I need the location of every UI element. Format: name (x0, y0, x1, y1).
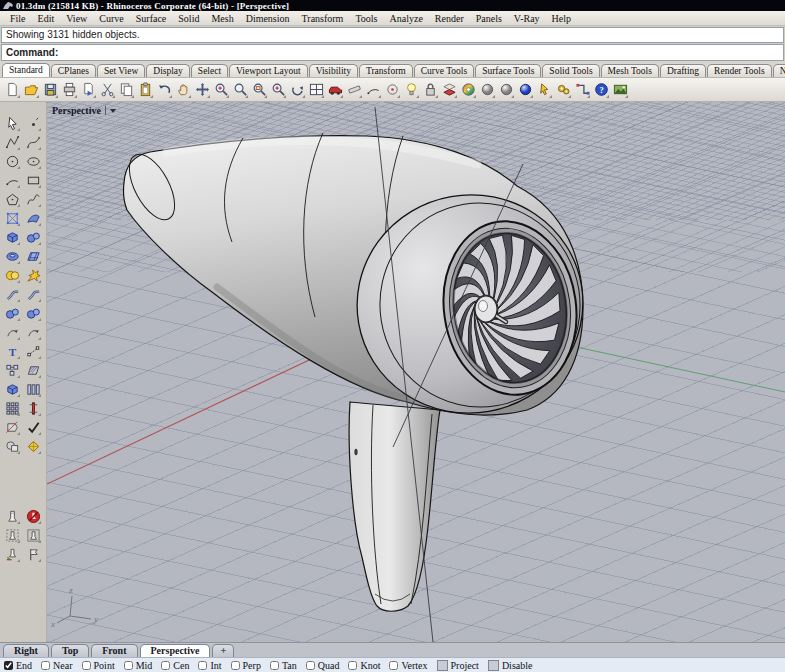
menu-edit[interactable]: Edit (32, 13, 61, 24)
save-icon[interactable] (41, 81, 59, 99)
polygon-icon[interactable] (3, 190, 21, 208)
zoom-in-icon[interactable] (212, 81, 230, 99)
toolbar-tab-curve-tools[interactable]: Curve Tools (414, 64, 474, 77)
menu-curve[interactable]: Curve (93, 13, 129, 24)
osnap-perp-checkbox[interactable] (231, 661, 240, 670)
rotate-view-icon[interactable] (288, 81, 306, 99)
edit-points-icon[interactable] (24, 342, 42, 360)
toolbar-tab-cplanes[interactable]: CPlanes (51, 64, 96, 77)
measure-angle-icon[interactable] (364, 81, 382, 99)
osnap-mid[interactable]: Mid (124, 660, 153, 671)
linear-array-icon[interactable] (24, 380, 42, 398)
open-file-icon[interactable] (22, 81, 40, 99)
environment-map-icon[interactable] (611, 81, 629, 99)
show-objects-icon[interactable] (24, 507, 42, 525)
selection-pointer-icon[interactable] (535, 81, 553, 99)
toolbar-tab-viewport-layout[interactable]: Viewport Layout (229, 64, 308, 77)
osnap-point[interactable]: Point (82, 660, 115, 671)
trim-icon[interactable] (3, 418, 21, 436)
rectangle-icon[interactable] (24, 171, 42, 189)
toolbar-tab-drafting[interactable]: Drafting (660, 64, 706, 77)
osnap-end[interactable]: End (4, 660, 32, 671)
shaded-viewport-icon[interactable] (478, 81, 496, 99)
cut-icon[interactable] (98, 81, 116, 99)
zoom-selected-icon[interactable] (269, 81, 287, 99)
gem-icon[interactable] (24, 437, 42, 455)
surface-patch-icon[interactable] (24, 209, 42, 227)
command-input[interactable]: Command: (1, 44, 784, 61)
osnap-quad[interactable]: Quad (306, 660, 340, 671)
box-icon[interactable] (3, 228, 21, 246)
toolbar-tab-solid-tools[interactable]: Solid Tools (542, 64, 599, 77)
toolbar-tab-set-view[interactable]: Set View (97, 64, 145, 77)
zoom-dynamic-icon[interactable] (231, 81, 249, 99)
undo-icon[interactable] (155, 81, 173, 99)
hide-objects-icon[interactable] (3, 507, 21, 525)
osnap-cen[interactable]: Cen (161, 660, 189, 671)
osnap-cen-checkbox[interactable] (161, 661, 170, 670)
measure-distance-icon[interactable] (345, 81, 363, 99)
fillet-pipe-icon[interactable] (3, 285, 21, 303)
control-curve-icon[interactable] (24, 133, 42, 151)
osnap-mid-checkbox[interactable] (124, 661, 133, 670)
osnap-near[interactable]: Near (41, 660, 72, 671)
osnap-perp[interactable]: Perp (231, 660, 261, 671)
flag-icon[interactable] (24, 545, 42, 563)
menu-file[interactable]: File (4, 13, 32, 24)
toolbar-tab-transform[interactable]: Transform (359, 64, 413, 77)
hatch-icon[interactable] (24, 361, 42, 379)
ellipse-icon[interactable] (24, 152, 42, 170)
viewport-tab-front[interactable]: Front (91, 644, 137, 657)
osnap-disable-toggle[interactable]: Disable (488, 660, 533, 671)
menu-solid[interactable]: Solid (172, 13, 205, 24)
viewport-tab-top[interactable]: Top (51, 644, 89, 657)
ghosted-viewport-icon[interactable] (497, 81, 515, 99)
osnap-vertex-checkbox[interactable] (389, 661, 398, 670)
control-cage-icon[interactable] (3, 209, 21, 227)
menu-help[interactable]: Help (546, 13, 577, 24)
osnap-int-checkbox[interactable] (198, 661, 207, 670)
torus-icon[interactable] (3, 247, 21, 265)
add-viewport-tab-button[interactable]: + (212, 644, 234, 657)
menu-transform[interactable]: Transform (296, 13, 350, 24)
options-gears-icon[interactable] (554, 81, 572, 99)
text-icon[interactable] (3, 342, 21, 360)
osnap-vertex[interactable]: Vertex (389, 660, 427, 671)
osnap-knot-checkbox[interactable] (348, 661, 357, 670)
osnap-end-checkbox[interactable] (4, 661, 13, 670)
osnap-near-checkbox[interactable] (41, 661, 50, 670)
solid-cube-icon[interactable] (3, 380, 21, 398)
rebuild-curve-icon[interactable] (24, 323, 42, 341)
arc-icon[interactable] (3, 171, 21, 189)
menu-tools[interactable]: Tools (349, 13, 383, 24)
print-icon[interactable] (60, 81, 78, 99)
osnap-quad-checkbox[interactable] (306, 661, 315, 670)
paste-icon[interactable] (136, 81, 154, 99)
viewport-tab-perspective[interactable]: Perspective (140, 644, 211, 657)
polyline-icon[interactable] (3, 133, 21, 151)
osnap-knot[interactable]: Knot (348, 660, 380, 671)
osnap-tan[interactable]: Tan (270, 660, 297, 671)
isolate-dashed-icon[interactable] (3, 526, 21, 544)
osnap-project-toggle[interactable]: Project (437, 660, 479, 671)
freeform-curve-icon[interactable] (24, 190, 42, 208)
move-view-icon[interactable] (193, 81, 211, 99)
menu-vray[interactable]: V-Ray (508, 13, 546, 24)
handle-button[interactable] (354, 449, 357, 455)
new-file-icon[interactable] (3, 81, 21, 99)
lightbulb-visibility-icon[interactable] (402, 81, 420, 99)
zoom-window-icon[interactable] (250, 81, 268, 99)
show-in-box-icon[interactable] (24, 526, 42, 544)
group-icon[interactable] (3, 361, 21, 379)
point-snap-icon[interactable] (383, 81, 401, 99)
project-toggle-box[interactable] (437, 660, 448, 671)
help-icon[interactable] (592, 81, 610, 99)
rendered-viewport-icon[interactable] (516, 81, 534, 99)
named-views-icon[interactable] (326, 81, 344, 99)
primitive-shapes-icon[interactable] (3, 437, 21, 455)
viewport-title[interactable]: Perspective (52, 105, 116, 116)
menu-view[interactable]: View (60, 13, 93, 24)
adjust-curve-icon[interactable] (3, 323, 21, 341)
toolbar-tab-mesh-tools[interactable]: Mesh Tools (601, 64, 659, 77)
lamp-axes-icon[interactable] (3, 545, 21, 563)
